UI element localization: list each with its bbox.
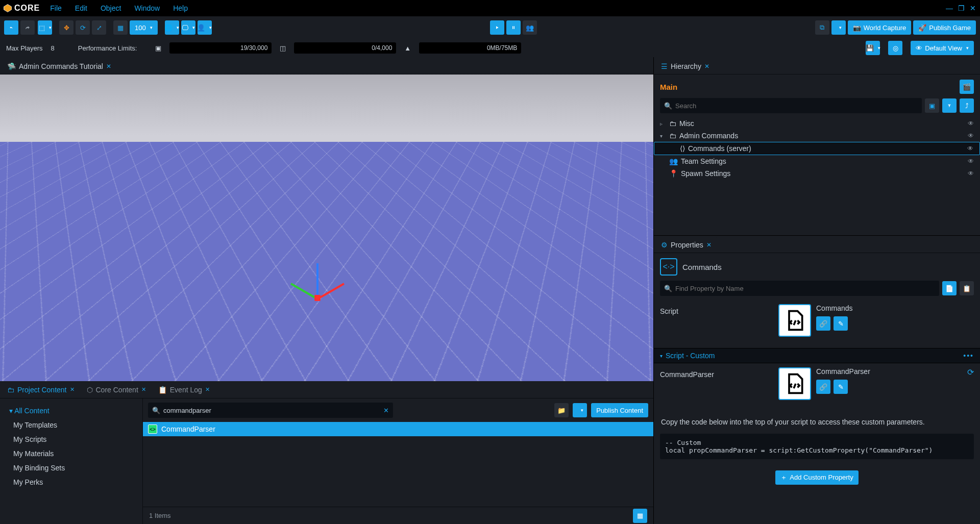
tree-item[interactable]: My Scripts xyxy=(0,432,142,446)
multiplayer-preview-button[interactable]: 👥 xyxy=(523,20,537,35)
close-tab-icon[interactable]: ✕ xyxy=(106,63,111,70)
settings-button[interactable] xyxy=(831,20,846,35)
tree-root-all-content[interactable]: ▾ All Content xyxy=(0,404,142,418)
tree-item[interactable]: My Perks xyxy=(0,475,142,489)
tab-event-log[interactable]: 📋 Event Log ✕ xyxy=(153,383,215,397)
section-menu-icon[interactable]: ••• xyxy=(963,352,974,360)
close-icon[interactable]: ✕ xyxy=(969,3,977,13)
list-icon: ☰ xyxy=(661,62,668,70)
locate-asset-button[interactable]: 🔗 xyxy=(816,380,830,394)
camera-options-button[interactable]: 👤 xyxy=(198,20,212,35)
custom-prop-code[interactable]: -- Custom local propCommandParser = scri… xyxy=(660,434,974,459)
hierarchy-item[interactable]: ▹🗀Misc👁 xyxy=(654,117,980,130)
content-search[interactable]: 🔍 ✕ xyxy=(148,403,393,418)
menu-help[interactable]: Help xyxy=(170,2,191,14)
grid-scale-button[interactable]: 100 xyxy=(130,20,158,35)
move-tool-button[interactable]: ✥ xyxy=(59,20,74,35)
hierarchy-item[interactable]: ▾🗀Admin Commands👁 xyxy=(654,130,980,142)
publish-content-button[interactable]: Publish Content xyxy=(591,403,648,417)
upload-button[interactable]: ⤴ xyxy=(960,98,974,113)
content-search-input[interactable] xyxy=(163,407,380,414)
scale-tool-button[interactable]: ⤢ xyxy=(92,20,106,35)
copy-button[interactable]: 📄 xyxy=(942,281,957,295)
screen-button[interactable]: ⧉ xyxy=(815,20,829,35)
close-icon[interactable]: ✕ xyxy=(205,386,210,393)
visibility-icon[interactable]: 👁 xyxy=(968,132,974,139)
clear-search-icon[interactable]: ✕ xyxy=(383,407,389,414)
publish-game-button[interactable]: 🚀 Publish Game xyxy=(913,20,976,35)
folder-button[interactable]: 📁 xyxy=(554,403,569,417)
tree-item[interactable]: My Templates xyxy=(0,418,142,432)
menu-file[interactable]: File xyxy=(47,2,65,14)
filter-button[interactable] xyxy=(942,98,957,113)
gizmo-origin[interactable] xyxy=(314,295,321,301)
grid-floor xyxy=(0,142,653,381)
menu-edit[interactable]: Edit xyxy=(72,2,90,14)
close-icon[interactable]: ✕ xyxy=(706,241,712,248)
default-view-button[interactable]: 👁 Default View xyxy=(911,41,974,55)
clapperboard-button[interactable]: 🎬 xyxy=(960,80,974,94)
visibility-icon[interactable]: 👁 xyxy=(968,170,974,177)
script-asset-name: Commands xyxy=(816,304,853,312)
cube-button[interactable]: ▣ xyxy=(925,98,939,113)
hierarchy-main-label: Main xyxy=(660,83,677,91)
visibility-icon[interactable]: 👁 xyxy=(968,120,974,127)
property-search[interactable]: 🔍 xyxy=(660,281,939,296)
maximize-icon[interactable]: ❐ xyxy=(957,3,966,13)
reset-property-icon[interactable]: ⟳ xyxy=(967,367,974,377)
hierarchy-item[interactable]: 📍Spawn Settings👁 xyxy=(654,167,980,180)
hierarchy-item[interactable]: 👥Team Settings👁 xyxy=(654,155,980,167)
main-toolbar: ⬚ ✥ ⟳ ⤢ ▦ 100 🌐 🖵 👤 👥 ⧉ 📷 World Capture … xyxy=(0,16,980,39)
world-capture-button[interactable]: 📷 World Capture xyxy=(848,20,912,35)
pause-button[interactable] xyxy=(506,20,521,35)
close-icon[interactable]: ✕ xyxy=(141,386,146,393)
hierarchy-item-selected[interactable]: ⟨⟩Commands (server)👁 xyxy=(654,142,980,155)
viewport-tabbar: 🛸 Admin Commands Tutorial ✕ xyxy=(0,57,653,74)
viewport-tab[interactable]: 🛸 Admin Commands Tutorial ✕ xyxy=(2,59,117,74)
edit-asset-button[interactable]: ✎ xyxy=(834,316,848,331)
menu-object[interactable]: Object xyxy=(97,2,124,14)
edit-asset-button[interactable]: ✎ xyxy=(834,380,848,394)
custom-section-header[interactable]: ▾ Script - Custom ••• xyxy=(654,348,980,363)
play-button[interactable] xyxy=(490,20,504,35)
close-icon[interactable]: ✕ xyxy=(704,63,709,70)
rotate-tool-button[interactable]: ⟳ xyxy=(76,20,90,35)
redo-button[interactable] xyxy=(20,20,35,35)
content-list-item[interactable]: <> CommandParser xyxy=(143,422,653,436)
script-asset-thumb[interactable] xyxy=(778,304,811,337)
scene-icon: 🛸 xyxy=(7,62,16,70)
viewport-3d[interactable] xyxy=(0,74,653,381)
hierarchy-search[interactable]: 🔍 xyxy=(660,98,922,113)
minimize-icon[interactable]: — xyxy=(945,3,954,13)
object-limit: 19/30,000 xyxy=(169,42,272,54)
gizmo-options-button[interactable]: 🖵 xyxy=(181,20,195,35)
add-custom-property-button[interactable]: ＋ Add Custom Property xyxy=(775,470,858,485)
save-button[interactable]: 💾 xyxy=(866,41,880,55)
custom-asset-thumb[interactable] xyxy=(778,367,811,400)
bottom-tabbar: 🗀 Project Content ✕ ⬡ Core Content ✕ 📋 E… xyxy=(0,381,653,398)
locate-asset-button[interactable]: 🔗 xyxy=(816,316,830,331)
menu-window[interactable]: Window xyxy=(131,2,163,14)
world-button[interactable]: 🌐 xyxy=(165,20,179,35)
item-count: 1 Items xyxy=(149,512,171,519)
hierarchy-search-input[interactable] xyxy=(675,102,918,110)
visibility-icon[interactable]: 👁 xyxy=(967,145,973,152)
hierarchy-tab[interactable]: ☰ Hierarchy ✕ xyxy=(656,59,716,74)
gizmo-y-axis[interactable] xyxy=(316,263,318,299)
select-mode-button[interactable]: ⬚ xyxy=(38,20,52,35)
properties-tab[interactable]: ⚙ Properties ✕ xyxy=(656,237,718,253)
paste-button[interactable]: 📋 xyxy=(960,281,974,295)
tab-project-content[interactable]: 🗀 Project Content ✕ xyxy=(2,383,80,397)
close-icon[interactable]: ✕ xyxy=(70,386,75,393)
target-button[interactable]: ◎ xyxy=(888,41,902,55)
tree-item[interactable]: My Materials xyxy=(0,446,142,461)
visibility-icon[interactable]: 👁 xyxy=(968,158,974,165)
property-search-input[interactable] xyxy=(675,285,935,292)
max-players-label: Max Players xyxy=(6,44,43,52)
grid-snap-button[interactable]: ▦ xyxy=(113,20,128,35)
undo-button[interactable] xyxy=(4,20,18,35)
grid-view-button[interactable]: ▦ xyxy=(633,509,647,523)
tab-core-content[interactable]: ⬡ Core Content ✕ xyxy=(82,383,151,397)
tree-item[interactable]: My Binding Sets xyxy=(0,461,142,475)
filter-button[interactable] xyxy=(573,403,587,417)
